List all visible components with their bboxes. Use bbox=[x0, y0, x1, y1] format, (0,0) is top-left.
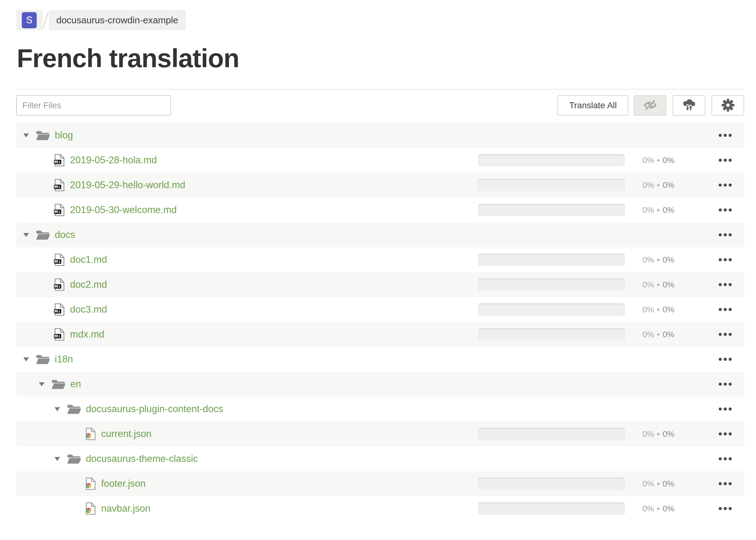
progress-percentages: 0%•0% bbox=[643, 173, 674, 198]
tree-row: footer.json 0%•0% bbox=[16, 471, 744, 496]
percent-separator: • bbox=[657, 429, 660, 439]
collapse-caret-icon[interactable] bbox=[55, 407, 60, 411]
row-menu-button[interactable] bbox=[719, 247, 732, 272]
file-name-link[interactable]: doc3.md bbox=[70, 304, 107, 315]
translated-percent: 0% bbox=[643, 156, 654, 165]
file-name-link[interactable]: current.json bbox=[101, 428, 152, 440]
percent-separator: • bbox=[657, 156, 660, 165]
file-name-link[interactable]: 2019-05-28-hola.md bbox=[70, 155, 157, 166]
folder-icon bbox=[51, 378, 66, 390]
indent-spacer bbox=[16, 459, 55, 459]
percent-separator: • bbox=[657, 181, 660, 190]
row-menu-button[interactable] bbox=[719, 496, 732, 521]
indent-spacer bbox=[16, 160, 54, 161]
md-file-icon: M↓ bbox=[54, 179, 65, 191]
progress-percentages: 0%•0% bbox=[643, 322, 674, 347]
breadcrumb-slash-divider bbox=[42, 10, 49, 30]
row-menu-button[interactable] bbox=[719, 123, 732, 148]
md-file-icon: M↓ bbox=[54, 328, 65, 340]
filter-files-input[interactable] bbox=[16, 95, 171, 116]
tree-row: en bbox=[16, 372, 744, 397]
row-menu-button[interactable] bbox=[719, 297, 732, 322]
svg-text:M↓: M↓ bbox=[55, 210, 61, 214]
row-menu-button[interactable] bbox=[719, 198, 732, 222]
row-menu-button[interactable] bbox=[719, 446, 732, 471]
row-menu-button[interactable] bbox=[719, 397, 732, 422]
row-menu-button[interactable] bbox=[719, 222, 732, 247]
translated-percent: 0% bbox=[643, 330, 654, 339]
settings-button[interactable] bbox=[711, 95, 744, 116]
md-file-icon: M↓ bbox=[54, 253, 65, 266]
file-name-link[interactable]: 2019-05-29-hello-world.md bbox=[70, 180, 185, 191]
folder-name-link[interactable]: docusaurus-plugin-content-docs bbox=[86, 403, 223, 415]
file-name-link[interactable]: 2019-05-30-welcome.md bbox=[70, 204, 177, 215]
percent-separator: • bbox=[657, 330, 660, 339]
row-menu-button[interactable] bbox=[719, 372, 732, 397]
file-name-link[interactable]: doc1.md bbox=[70, 254, 107, 265]
approved-percent: 0% bbox=[663, 205, 675, 215]
folder-name-link[interactable]: docusaurus-theme-classic bbox=[86, 453, 198, 465]
translated-percent: 0% bbox=[643, 255, 654, 265]
collapse-caret-icon[interactable] bbox=[23, 133, 29, 137]
tree-row: current.json 0%•0% bbox=[16, 422, 744, 446]
svg-text:M↓: M↓ bbox=[55, 160, 61, 164]
progress-percentages: 0%•0% bbox=[643, 297, 674, 322]
percent-separator: • bbox=[657, 504, 660, 513]
hidden-strings-toggle-button[interactable] bbox=[634, 95, 667, 116]
folder-name-link[interactable]: en bbox=[70, 378, 81, 390]
progress-bar bbox=[478, 179, 625, 191]
folder-name-link[interactable]: i18n bbox=[55, 354, 73, 365]
file-name-link[interactable]: mdx.md bbox=[70, 329, 104, 340]
indent-spacer bbox=[16, 434, 85, 434]
progress-percentages: 0%•0% bbox=[643, 471, 674, 496]
progress-percentages: 0%•0% bbox=[643, 198, 674, 222]
md-file-icon: M↓ bbox=[54, 154, 65, 166]
folder-icon bbox=[36, 354, 50, 365]
folder-name-link[interactable]: docs bbox=[55, 229, 75, 240]
json-file-icon bbox=[85, 428, 95, 440]
svg-text:M↓: M↓ bbox=[55, 309, 61, 314]
file-name-link[interactable]: doc2.md bbox=[70, 279, 107, 290]
progress-bar bbox=[478, 477, 625, 490]
approved-percent: 0% bbox=[663, 156, 675, 165]
percent-separator: • bbox=[657, 479, 660, 489]
translate-all-button[interactable]: Translate All bbox=[557, 95, 628, 116]
row-menu-button[interactable] bbox=[719, 148, 732, 173]
row-menu-button[interactable] bbox=[719, 422, 732, 446]
progress-percentages: 0%•0% bbox=[643, 272, 674, 297]
approved-percent: 0% bbox=[663, 429, 675, 439]
cloud-sync-button[interactable] bbox=[673, 95, 705, 116]
collapse-caret-icon[interactable] bbox=[23, 357, 29, 361]
row-menu-button[interactable] bbox=[719, 322, 732, 347]
eye-off-icon bbox=[643, 99, 657, 112]
file-name-link[interactable]: navbar.json bbox=[101, 503, 151, 514]
row-menu-button[interactable] bbox=[719, 347, 732, 372]
row-menu-button[interactable] bbox=[719, 272, 732, 297]
row-menu-button[interactable] bbox=[719, 173, 732, 198]
project-crumb[interactable]: docusaurus-crowdin-example bbox=[49, 10, 186, 30]
approved-percent: 0% bbox=[663, 479, 675, 489]
indent-spacer bbox=[16, 409, 55, 409]
indent-spacer bbox=[16, 335, 54, 335]
tree-row: M↓ doc2.md 0%•0% bbox=[16, 272, 744, 297]
collapse-caret-icon[interactable] bbox=[39, 382, 45, 386]
folder-name-link[interactable]: blog bbox=[55, 130, 73, 141]
approved-percent: 0% bbox=[663, 181, 675, 190]
tree-row: docusaurus-plugin-content-docs bbox=[16, 397, 744, 422]
indent-spacer bbox=[16, 359, 23, 359]
file-name-link[interactable]: footer.json bbox=[101, 478, 146, 489]
collapse-caret-icon[interactable] bbox=[55, 457, 60, 461]
indent-spacer bbox=[16, 384, 39, 384]
workspace-crumb[interactable]: S bbox=[16, 10, 42, 30]
workspace-badge[interactable]: S bbox=[22, 12, 37, 28]
collapse-caret-icon[interactable] bbox=[23, 233, 29, 237]
translated-percent: 0% bbox=[643, 429, 654, 439]
indent-spacer bbox=[16, 135, 23, 136]
translated-percent: 0% bbox=[643, 181, 654, 190]
tree-row: M↓ 2019-05-29-hello-world.md 0%•0% bbox=[16, 173, 744, 198]
project-files-page: S docusaurus-crowdin-example French tran… bbox=[0, 0, 756, 540]
row-menu-button[interactable] bbox=[719, 471, 732, 496]
progress-bar bbox=[478, 253, 625, 266]
progress-bar bbox=[478, 502, 625, 515]
percent-separator: • bbox=[657, 280, 660, 290]
